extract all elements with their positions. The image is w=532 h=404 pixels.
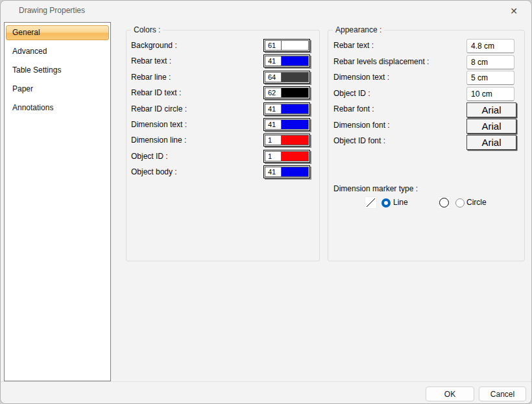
field-label: Rebar levels displacement : [333, 57, 429, 66]
color-row-label: Background : [131, 41, 177, 50]
sidebar-item-paper[interactable]: Paper [6, 82, 109, 97]
rebar-text-size-input[interactable] [466, 39, 514, 53]
color-swatch-dimension-line[interactable]: 1 [263, 134, 310, 147]
color-row-label: Rebar ID text : [131, 88, 181, 97]
sidebar-item-general[interactable]: General [6, 25, 109, 40]
color-swatch-rebar-id-circle[interactable]: 41 [263, 102, 310, 115]
color-row-label: Dimension line : [131, 136, 186, 145]
color-number: 62 [265, 88, 282, 98]
color-preview [282, 119, 309, 130]
circle-marker-icon [438, 196, 450, 209]
line-marker-icon [365, 196, 377, 209]
field-label: Object ID : [333, 89, 370, 98]
color-number: 41 [265, 119, 282, 130]
color-row-label: Rebar ID circle : [131, 104, 187, 113]
color-row-label: Object ID : [131, 152, 168, 161]
title-bar: Drawing Properties ✕ [1, 1, 531, 21]
color-row-label: Rebar line : [131, 73, 171, 82]
sidebar-item-annotations[interactable]: Annotations [6, 101, 109, 115]
color-preview [282, 167, 309, 177]
color-preview [282, 40, 309, 51]
color-swatch-background[interactable]: 61 [263, 39, 310, 52]
object-id-size-input[interactable] [466, 87, 514, 101]
color-row-label: Object body : [131, 167, 177, 176]
dimension-text-size-input[interactable] [466, 71, 514, 85]
color-number: 41 [265, 104, 282, 114]
colors-group-title: Colors : [131, 25, 163, 34]
color-number: 1 [265, 135, 282, 145]
drawing-properties-dialog: Drawing Properties ✕ General Advanced Ta… [0, 0, 532, 404]
sidebar: General Advanced Table Settings Paper An… [4, 22, 111, 381]
radio-circle[interactable] [455, 198, 465, 208]
color-number: 41 [265, 167, 282, 177]
color-number: 61 [265, 40, 282, 51]
radio-line-label: Line [393, 198, 408, 207]
color-row-label: Rebar text : [131, 56, 171, 65]
color-number: 41 [265, 56, 282, 66]
dialog-title: Drawing Properties [19, 6, 85, 15]
color-number: 1 [265, 151, 282, 161]
color-row-label: Dimension text : [131, 120, 187, 129]
radio-line[interactable] [381, 198, 391, 208]
sidebar-item-table-settings[interactable]: Table Settings [6, 63, 109, 78]
color-swatch-rebar-id-text[interactable]: 62 [263, 86, 310, 99]
color-preview [282, 56, 309, 66]
color-swatch-dimension-text[interactable]: 41 [263, 118, 310, 131]
rebar-levels-displacement-input[interactable] [466, 55, 514, 69]
color-preview [282, 135, 309, 145]
radio-circle-label: Circle [466, 198, 487, 207]
color-preview [282, 88, 309, 98]
color-swatch-rebar-line[interactable]: 64 [263, 71, 310, 84]
color-swatch-rebar-text[interactable]: 41 [263, 54, 310, 67]
color-preview [282, 104, 309, 114]
field-label: Dimension font : [333, 121, 390, 130]
cancel-button[interactable]: Cancel [479, 386, 526, 401]
close-icon[interactable]: ✕ [502, 3, 526, 19]
ok-button[interactable]: OK [426, 386, 474, 401]
appearance-group: Appearance : Rebar text : Rebar levels d… [328, 30, 525, 261]
field-label: Object ID font : [333, 136, 385, 145]
color-number: 64 [265, 72, 282, 82]
dialog-footer: OK Cancel [1, 381, 531, 403]
dimension-marker-type-label: Dimension marker type : [333, 184, 418, 193]
field-label: Rebar font : [333, 104, 374, 113]
appearance-group-title: Appearance : [333, 25, 384, 34]
field-label: Rebar text : [333, 41, 374, 50]
object-id-font-button[interactable]: Arial [466, 135, 516, 150]
color-preview [282, 72, 309, 82]
color-swatch-object-body[interactable]: 41 [263, 165, 310, 178]
rebar-font-button[interactable]: Arial [466, 102, 516, 117]
dimension-font-button[interactable]: Arial [466, 119, 516, 134]
color-swatch-object-id[interactable]: 1 [263, 150, 310, 163]
colors-group: Colors : Background : 61 Rebar text : 41… [126, 30, 320, 261]
sidebar-item-advanced[interactable]: Advanced [6, 44, 109, 59]
field-label: Dimension text : [333, 73, 389, 82]
color-preview [282, 151, 309, 161]
